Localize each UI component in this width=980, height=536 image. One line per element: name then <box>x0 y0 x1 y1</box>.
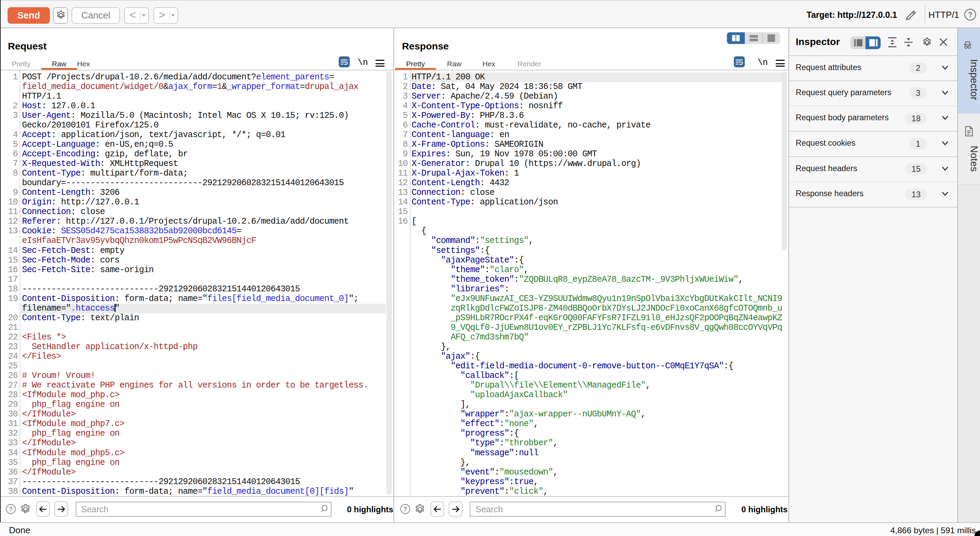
svg-text:?: ? <box>9 506 13 513</box>
svg-text:?: ? <box>968 10 973 19</box>
svg-text:?: ? <box>403 506 407 513</box>
